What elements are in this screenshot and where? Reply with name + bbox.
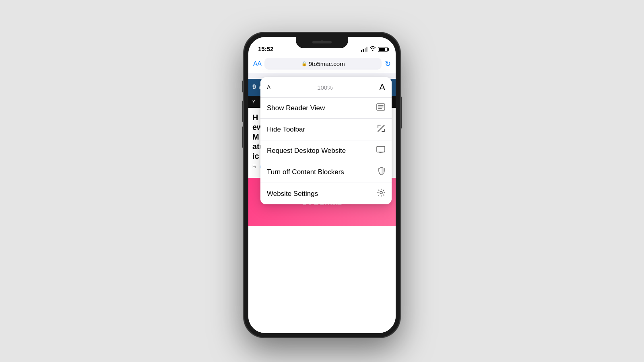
phone-wrapper: 15:52 bbox=[244, 32, 400, 338]
url-text: 9to5mac.com bbox=[309, 60, 345, 67]
website-settings-item[interactable]: Website Settings bbox=[260, 183, 392, 204]
address-bar[interactable]: AA 🔒 9to5mac.com ↻ bbox=[248, 55, 396, 73]
status-time: 15:52 bbox=[256, 45, 273, 52]
hide-toolbar-item[interactable]: Hide Toolbar bbox=[260, 119, 392, 140]
battery-icon bbox=[378, 47, 388, 52]
headline-part3: M bbox=[252, 132, 259, 141]
aa-button[interactable]: AA bbox=[253, 60, 261, 68]
show-reader-view-label: Show Reader View bbox=[267, 104, 325, 112]
url-bar[interactable]: 🔒 9to5mac.com bbox=[264, 58, 382, 70]
wifi-icon bbox=[369, 46, 376, 52]
hide-toolbar-icon bbox=[377, 124, 385, 134]
content-blockers-label: Turn off Content Blockers bbox=[267, 168, 344, 176]
notch bbox=[296, 37, 348, 48]
lock-icon: 🔒 bbox=[301, 61, 307, 66]
power-button bbox=[400, 97, 402, 129]
reader-view-icon bbox=[376, 103, 385, 113]
black-bar-text: Y bbox=[252, 100, 255, 104]
hide-toolbar-label: Hide Toolbar bbox=[267, 125, 305, 134]
shield-icon bbox=[378, 167, 385, 177]
article-prefix: Fi bbox=[252, 164, 256, 169]
phone-frame: 15:52 bbox=[244, 32, 400, 338]
site-logo: 9 bbox=[252, 84, 256, 91]
font-decrease-button[interactable]: A bbox=[267, 84, 270, 90]
page-background: 15:52 bbox=[0, 0, 644, 362]
phone-screen: 15:52 bbox=[248, 37, 396, 333]
show-reader-view-item[interactable]: Show Reader View bbox=[260, 98, 392, 119]
dropdown-menu: A 100% A Show Reader View bbox=[260, 77, 392, 204]
svg-point-8 bbox=[380, 191, 382, 194]
browser-area: AA 🔒 9to5mac.com ↻ 9 iPhone bbox=[248, 55, 396, 333]
content-blockers-item[interactable]: Turn off Content Blockers bbox=[260, 161, 392, 183]
status-icons bbox=[361, 46, 388, 52]
font-size-row: A 100% A bbox=[260, 77, 392, 98]
website-settings-label: Website Settings bbox=[267, 190, 318, 198]
signal-icon bbox=[361, 47, 368, 52]
reload-button[interactable]: ↻ bbox=[385, 60, 391, 68]
headline-part5: ic bbox=[252, 152, 259, 160]
svg-line-4 bbox=[378, 125, 384, 132]
desktop-icon bbox=[376, 146, 385, 155]
headline-part1: H bbox=[252, 113, 258, 122]
request-desktop-label: Request Desktop Website bbox=[267, 147, 346, 155]
svg-rect-5 bbox=[377, 146, 385, 152]
font-increase-button[interactable]: A bbox=[379, 82, 385, 93]
request-desktop-item[interactable]: Request Desktop Website bbox=[260, 140, 392, 161]
gear-icon bbox=[377, 189, 385, 199]
font-percent-label: 100% bbox=[317, 84, 332, 91]
